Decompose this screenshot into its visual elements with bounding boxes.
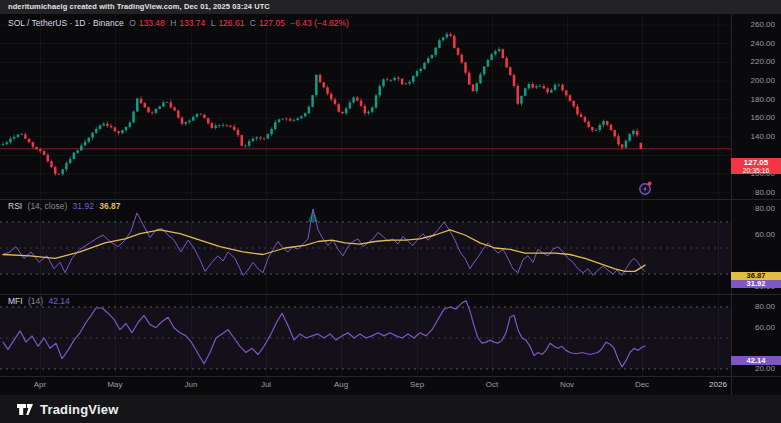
last-price-value: 127.05 [731,159,781,167]
open-value: 133.48 [139,18,165,28]
open-label: O [129,18,136,28]
close-label: C [250,18,256,28]
tradingview-chart-window: nderitumichaelg created with TradingView… [0,0,781,423]
time-axis[interactable]: AprMayJunJulAugSepOctNovDec2026 [0,376,781,395]
time-tick-oct: Oct [486,380,498,389]
time-tick-jul: Jul [261,380,271,389]
symbol-legend[interactable]: SOL / TetherUS · 1D · Binance O133.48 H1… [8,18,352,28]
low-label: L [211,18,216,28]
time-tick-may: May [107,380,122,389]
footer-bar: TradingView [0,395,781,423]
mfi-value-badge: 42.14 [731,356,781,365]
tradingview-logo[interactable]: TradingView [16,400,119,418]
mfi-axis-label: 60.00 [755,323,775,332]
price-axis-label: 260.00 [751,20,775,29]
rsi-axis-label: 60.00 [755,230,775,239]
close-value: 127.05 [259,18,285,28]
low-value: 126.61 [218,18,244,28]
price-axis[interactable]: 127.05 20:35:16 36.87 31.92 42.14 260.00… [731,14,781,395]
last-price-badge: 127.05 20:35:16 [731,158,781,174]
price-axis-label: 240.00 [751,39,775,48]
rsi-indicator-legend[interactable]: RSI (14, close) 31.92 36.87 [8,201,124,211]
time-tick-sep: Sep [410,380,424,389]
rsi-axis-label: 80.00 [755,204,775,213]
chart-timer-icon[interactable] [637,180,653,196]
price-axis-label: 140.00 [751,132,775,141]
high-label: H [170,18,176,28]
price-axis-label: 160.00 [751,113,775,122]
price-axis-label: 200.00 [751,76,775,85]
time-tick-jun: Jun [185,380,198,389]
chart-canvas[interactable] [0,0,781,423]
rsi-ma-value: 36.87 [99,201,120,211]
time-tick-2026: 2026 [709,380,727,389]
price-axis-label: 180.00 [751,95,775,104]
mfi-params: (14) [28,296,43,306]
price-axis-label: 80.00 [755,188,775,197]
price-axis-label: 220.00 [751,57,775,66]
time-tick-apr: Apr [34,380,46,389]
notification-dot [648,181,652,185]
rsi-value-badge: 31.92 [731,280,781,288]
time-tick-dec: Dec [635,380,649,389]
mfi-value: 42.14 [49,296,70,306]
high-value: 133.74 [179,18,205,28]
rsi-title[interactable]: RSI [8,201,22,211]
time-tick-aug: Aug [334,380,348,389]
mfi-indicator-legend[interactable]: MFI (14) 42.14 [8,296,73,306]
change-value: −6.43 (−4.82%) [290,18,349,28]
symbol-title[interactable]: SOL / TetherUS · 1D · Binance [8,18,124,28]
rsi-value: 31.92 [73,201,94,211]
mfi-axis-label: 20.00 [755,364,775,373]
mfi-title[interactable]: MFI [8,296,23,306]
bar-countdown: 20:35:16 [731,167,781,174]
time-tick-nov: Nov [560,380,574,389]
tradingview-logo-icon [16,400,34,418]
mfi-axis-label: 80.00 [755,302,775,311]
tradingview-logo-text: TradingView [40,402,119,417]
rsi-params: (14, close) [28,201,68,211]
